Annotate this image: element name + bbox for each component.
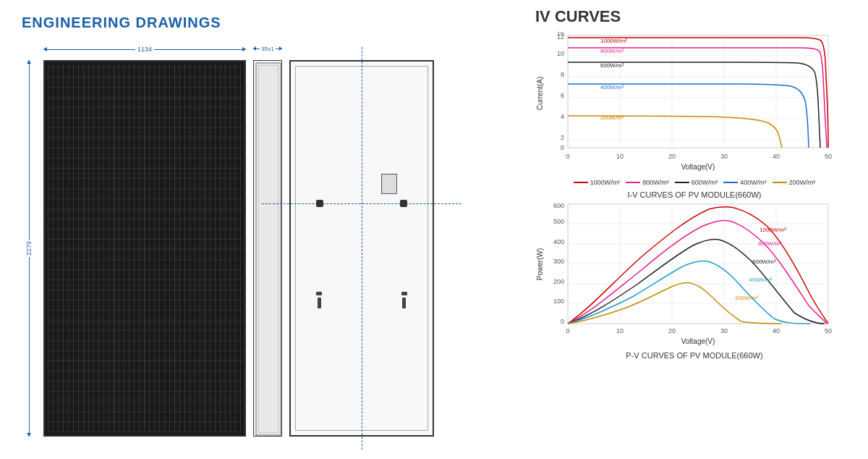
legend-line-800: [626, 182, 640, 183]
svg-text:20: 20: [668, 153, 676, 160]
back-view-panel: [289, 60, 434, 437]
svg-text:600W/m²: 600W/m²: [600, 62, 624, 69]
top-dimension: 1134: [43, 46, 246, 53]
svg-text:600W/m²: 600W/m²: [752, 258, 776, 265]
cable-right: [401, 292, 407, 308]
svg-text:8: 8: [561, 71, 564, 78]
back-view-wrapper: [289, 60, 434, 437]
legend-line-1000: [574, 182, 588, 183]
svg-text:Voltage(V): Voltage(V): [681, 163, 715, 171]
legend-item-600: 600W/m²: [675, 179, 718, 186]
svg-text:40: 40: [773, 153, 780, 160]
svg-text:800W/m²: 800W/m²: [758, 240, 782, 247]
svg-text:1000W/m²: 1000W/m²: [760, 227, 786, 233]
svg-text:Power(W): Power(W): [536, 248, 544, 280]
svg-text:0: 0: [561, 318, 564, 325]
svg-text:800W/m²: 800W/m²: [600, 48, 624, 54]
svg-text:200W/m²: 200W/m²: [735, 295, 759, 301]
legend-line-600: [675, 182, 689, 183]
pv-chart-bottom-title: P-V CURVES OF PV MODULE(660W): [535, 351, 854, 360]
svg-text:10: 10: [616, 153, 624, 160]
svg-text:40: 40: [773, 327, 780, 334]
pv-chart-svg: 0 10 20 30 40 50 0 100 200 300 400 500 6…: [535, 201, 846, 345]
centerline-vertical: [362, 47, 362, 450]
svg-text:10: 10: [616, 327, 624, 334]
connector-end-left: [316, 200, 323, 207]
svg-text:300: 300: [553, 258, 564, 265]
svg-text:400W/m²: 400W/m²: [749, 277, 773, 283]
legend-label-400: 400W/m²: [740, 179, 767, 186]
drawings-container: 1134 2279: [22, 38, 499, 437]
pv-chart-container: 0 10 20 30 40 50 0 100 200 300 400 500 6…: [535, 201, 854, 348]
height-dim-label: 2279: [25, 240, 33, 257]
svg-text:200W/m²: 200W/m²: [600, 114, 624, 121]
width-dim-label: 1134: [135, 46, 154, 53]
svg-text:0: 0: [566, 153, 569, 160]
svg-text:30: 30: [720, 327, 728, 334]
svg-text:200: 200: [553, 278, 564, 285]
iv-chart-container: 0 10 20 30 40 50 0 2 4 6 8 10 12 16 Volt…: [535, 32, 854, 176]
legend-line-200: [773, 182, 787, 183]
svg-text:30: 30: [720, 153, 728, 160]
iv-legend: 1000W/m² 800W/m² 600W/m² 400W/m² 200W/m²: [535, 179, 854, 186]
svg-text:0: 0: [566, 327, 569, 334]
left-dimension: 2279: [25, 60, 33, 437]
svg-text:100: 100: [553, 298, 564, 305]
legend-label-800: 800W/m²: [642, 179, 669, 186]
junction-box: [381, 174, 397, 194]
front-view-panel: [43, 60, 246, 437]
svg-text:1000W/m²: 1000W/m²: [600, 38, 627, 44]
cable-left: [316, 292, 322, 308]
svg-text:4: 4: [561, 113, 564, 120]
svg-text:0: 0: [561, 144, 564, 151]
svg-text:16: 16: [557, 32, 564, 37]
pv-chart-title: I-V CURVES OF PV MODULE(660W): [535, 190, 854, 199]
legend-item-200: 200W/m²: [773, 179, 816, 186]
svg-text:50: 50: [825, 153, 832, 160]
iv-curves-title: IV CURVES: [535, 7, 854, 26]
legend-label-200: 200W/m²: [789, 179, 816, 186]
svg-text:20: 20: [668, 327, 676, 334]
engineering-drawings-title: ENGINEERING DRAWINGS: [22, 14, 499, 31]
depth-dimension: 35±1: [253, 46, 282, 52]
svg-text:Voltage(V): Voltage(V): [681, 337, 715, 345]
front-view-wrapper: 1134 2279: [43, 60, 246, 437]
legend-label-1000: 1000W/m²: [590, 179, 621, 186]
legend-item-400: 400W/m²: [723, 179, 767, 186]
svg-text:50: 50: [825, 327, 832, 334]
legend-item-800: 800W/m²: [626, 179, 669, 186]
svg-text:6: 6: [561, 92, 564, 99]
svg-text:500: 500: [553, 218, 564, 225]
legend-label-600: 600W/m²: [692, 179, 718, 186]
engineering-drawings-section: ENGINEERING DRAWINGS 1134 2279: [0, 0, 521, 459]
svg-text:400: 400: [553, 238, 564, 245]
legend-line-400: [723, 182, 738, 183]
iv-curves-section: IV CURVES 0 10 20 30 40 50 0: [521, 0, 868, 459]
svg-text:600: 600: [553, 202, 564, 209]
svg-text:10: 10: [557, 50, 564, 57]
depth-dim-label: 35±1: [260, 46, 276, 52]
svg-text:Current(A): Current(A): [536, 77, 544, 111]
side-view-panel: [253, 60, 282, 437]
svg-text:400W/m²: 400W/m²: [600, 84, 624, 90]
legend-item-1000: 1000W/m²: [574, 179, 621, 186]
svg-text:2: 2: [561, 134, 564, 141]
connector-end-right: [400, 200, 407, 207]
svg-rect-15: [258, 65, 278, 433]
side-view-wrapper: 35±1: [253, 60, 282, 437]
iv-chart-svg: 0 10 20 30 40 50 0 2 4 6 8 10 12 16 Volt…: [535, 32, 846, 173]
